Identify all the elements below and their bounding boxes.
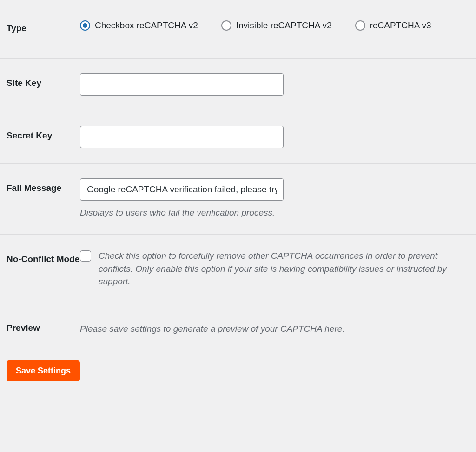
site-key-label: Site Key: [7, 73, 80, 90]
radio-option-checkbox-v2[interactable]: Checkbox reCAPTCHA v2: [80, 20, 198, 31]
fail-message-label: Fail Message: [7, 178, 80, 195]
type-radio-group: Checkbox reCAPTCHA v2 Invisible reCAPTCH…: [80, 19, 469, 31]
no-conflict-row: No-Conflict Mode Check this option to fo…: [0, 235, 476, 303]
secret-key-input[interactable]: [80, 126, 284, 148]
radio-icon: [221, 20, 231, 31]
radio-option-v3[interactable]: reCAPTCHA v3: [355, 20, 431, 31]
no-conflict-checkbox-row: Check this option to forcefully remove o…: [80, 249, 469, 288]
no-conflict-label: No-Conflict Mode: [7, 249, 80, 266]
no-conflict-content: Check this option to forcefully remove o…: [80, 249, 469, 288]
fail-message-row: Fail Message Displays to users who fail …: [0, 164, 476, 235]
type-content: Checkbox reCAPTCHA v2 Invisible reCAPTCH…: [80, 19, 469, 31]
preview-content: Please save settings to generate a previ…: [80, 318, 469, 334]
fail-message-description: Displays to users who fail the verificat…: [80, 206, 469, 220]
preview-label: Preview: [7, 318, 80, 334]
fail-message-content: Displays to users who fail the verificat…: [80, 178, 469, 220]
radio-icon: [80, 20, 90, 31]
save-settings-button[interactable]: Save Settings: [7, 360, 80, 381]
secret-key-row: Secret Key: [0, 111, 476, 164]
radio-label: reCAPTCHA v3: [370, 20, 431, 31]
fail-message-input[interactable]: [80, 178, 284, 201]
radio-icon: [355, 20, 365, 31]
preview-text: Please save settings to generate a previ…: [80, 318, 469, 334]
preview-row: Preview Please save settings to generate…: [0, 303, 476, 350]
no-conflict-description: Check this option to forcefully remove o…: [99, 249, 469, 288]
site-key-content: [80, 73, 469, 96]
site-key-row: Site Key: [0, 59, 476, 111]
recaptcha-settings-form: Type Checkbox reCAPTCHA v2 Invisible reC…: [0, 0, 476, 388]
save-row: Save Settings: [0, 349, 476, 388]
secret-key-label: Secret Key: [7, 126, 80, 142]
radio-option-invisible-v2[interactable]: Invisible reCAPTCHA v2: [221, 20, 332, 31]
type-row: Type Checkbox reCAPTCHA v2 Invisible reC…: [0, 0, 476, 59]
secret-key-content: [80, 126, 469, 148]
no-conflict-checkbox[interactable]: [80, 250, 91, 262]
type-label: Type: [7, 19, 80, 35]
radio-label: Checkbox reCAPTCHA v2: [95, 20, 198, 31]
radio-label: Invisible reCAPTCHA v2: [236, 20, 332, 31]
site-key-input[interactable]: [80, 73, 284, 96]
